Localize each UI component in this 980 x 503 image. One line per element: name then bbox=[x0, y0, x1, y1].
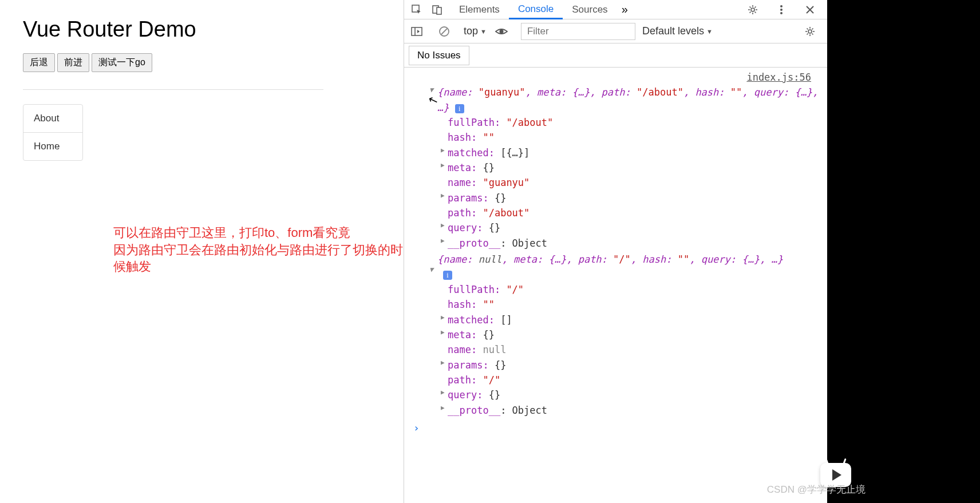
chevron-down-icon: ▼ bbox=[480, 28, 487, 35]
devtools-tabs: Elements Console Sources » bbox=[404, 0, 827, 19]
svg-point-4 bbox=[780, 5, 783, 7]
inspect-icon[interactable] bbox=[409, 2, 425, 18]
forward-button[interactable]: 前进 bbox=[57, 53, 89, 72]
log-levels-selector[interactable]: Default levels ▼ bbox=[642, 25, 713, 37]
object-property[interactable]: ▶params: {} bbox=[409, 358, 823, 373]
object-property[interactable]: fullPath: "/about" bbox=[409, 115, 823, 130]
object-property[interactable]: hash: "" bbox=[409, 297, 823, 312]
devtools-panel: Elements Console Sources » top ▼ bbox=[404, 0, 827, 503]
console-object-summary[interactable]: ▼ {name: "guanyu", meta: {…}, path: "/ab… bbox=[409, 85, 823, 115]
object-property[interactable]: ▶__proto__: Object bbox=[409, 236, 823, 251]
no-issues-button[interactable]: No Issues bbox=[409, 46, 469, 65]
object-property[interactable]: name: null bbox=[409, 342, 823, 357]
object-property[interactable]: ▶params: {} bbox=[409, 191, 823, 205]
gear-icon[interactable] bbox=[745, 2, 761, 18]
tab-console[interactable]: Console bbox=[509, 0, 563, 19]
object-property[interactable]: ▶meta: {} bbox=[409, 160, 823, 175]
object-property[interactable]: ▶matched: [] bbox=[409, 312, 823, 327]
nav-list: About Home bbox=[23, 104, 83, 161]
levels-label: Default levels bbox=[642, 25, 704, 37]
object-property[interactable]: path: "/" bbox=[409, 373, 823, 387]
tab-sources[interactable]: Sources bbox=[563, 1, 617, 19]
black-sidebar bbox=[827, 0, 980, 503]
object-property[interactable]: ▶meta: {} bbox=[409, 327, 823, 342]
object-property[interactable]: fullPath: "/" bbox=[409, 282, 823, 297]
object-property[interactable]: ▶matched: [{…}] bbox=[409, 145, 823, 160]
console-output[interactable]: index.js:56 ▼ {name: "guanyu", meta: {…}… bbox=[404, 68, 827, 503]
object-property[interactable]: ▶__proto__: Object bbox=[409, 403, 823, 418]
disclosure-triangle-icon[interactable]: ▼ bbox=[429, 264, 433, 275]
expand-arrow-icon[interactable]: ▶ bbox=[441, 220, 445, 230]
expand-arrow-icon[interactable]: ▶ bbox=[441, 387, 445, 397]
test-go-button[interactable]: 测试一下go bbox=[92, 53, 152, 72]
nav-home[interactable]: Home bbox=[23, 133, 82, 160]
object-property[interactable]: ▶query: {} bbox=[409, 387, 823, 402]
sidebar-toggle-icon[interactable] bbox=[409, 23, 425, 39]
context-label: top bbox=[464, 25, 478, 37]
annotation-text: 可以在路由守卫这里，打印to、form看究竟 因为路由守卫会在路由初始化与路由进… bbox=[113, 224, 404, 275]
svg-line-10 bbox=[441, 29, 447, 34]
close-icon[interactable] bbox=[802, 2, 818, 18]
nav-about[interactable]: About bbox=[23, 105, 82, 133]
expand-arrow-icon[interactable]: ▶ bbox=[441, 312, 445, 322]
object-property[interactable]: path: "/about" bbox=[409, 205, 823, 220]
back-button[interactable]: 后退 bbox=[23, 53, 55, 72]
issues-bar: No Issues bbox=[404, 43, 827, 68]
live-expression-icon[interactable] bbox=[493, 23, 509, 39]
console-toolbar: top ▼ Default levels ▼ bbox=[404, 19, 827, 43]
button-row: 后退 前进 测试一下go bbox=[23, 53, 381, 72]
kebab-menu-icon[interactable] bbox=[773, 2, 789, 18]
filter-input[interactable] bbox=[521, 23, 635, 40]
svg-point-3 bbox=[751, 8, 754, 11]
svg-point-12 bbox=[808, 30, 812, 33]
console-settings-icon[interactable] bbox=[802, 23, 818, 39]
expand-arrow-icon[interactable]: ▶ bbox=[441, 191, 445, 200]
expand-arrow-icon[interactable]: ▶ bbox=[441, 145, 445, 155]
annotation-line2: 因为路由守卫会在路由初始化与路由进行了切换的时候触发 bbox=[113, 241, 404, 275]
annotation-line1: 可以在路由守卫这里，打印to、form看究竟 bbox=[113, 224, 404, 241]
expand-arrow-icon[interactable]: ▶ bbox=[441, 236, 445, 245]
expand-arrow-icon[interactable]: ▶ bbox=[441, 358, 445, 367]
console-object-summary[interactable]: ▼ {name: null, meta: {…}, path: "/", has… bbox=[409, 252, 823, 282]
svg-rect-7 bbox=[412, 27, 422, 35]
svg-point-11 bbox=[499, 29, 503, 33]
svg-point-5 bbox=[780, 9, 783, 11]
info-badge-icon[interactable]: i bbox=[443, 271, 452, 280]
watermark-text: CSDN @学学学无止境 bbox=[767, 483, 866, 496]
disclosure-triangle-icon[interactable]: ▼ bbox=[429, 85, 433, 96]
svg-point-6 bbox=[780, 12, 783, 14]
divider bbox=[23, 89, 323, 90]
expand-arrow-icon[interactable]: ▶ bbox=[441, 160, 445, 170]
context-selector[interactable]: top ▼ bbox=[464, 25, 487, 37]
expand-arrow-icon[interactable]: ▶ bbox=[441, 403, 445, 413]
tab-elements[interactable]: Elements bbox=[450, 1, 509, 19]
clear-console-icon[interactable] bbox=[436, 23, 452, 39]
source-link[interactable]: index.js:56 bbox=[409, 70, 823, 85]
webpage-area: Vue Router Demo 后退 前进 测试一下go About Home … bbox=[0, 0, 404, 503]
object-property[interactable]: name: "guanyu" bbox=[409, 175, 823, 190]
device-toggle-icon[interactable] bbox=[429, 2, 445, 18]
console-prompt[interactable]: › bbox=[409, 418, 823, 438]
chevron-down-icon: ▼ bbox=[706, 28, 713, 35]
object-property[interactable]: hash: "" bbox=[409, 130, 823, 145]
page-title: Vue Router Demo bbox=[23, 17, 381, 42]
info-badge-icon[interactable]: i bbox=[455, 104, 464, 113]
svg-rect-2 bbox=[437, 7, 441, 14]
object-property[interactable]: ▶query: {} bbox=[409, 220, 823, 235]
tabs-more[interactable]: » bbox=[622, 3, 628, 16]
expand-arrow-icon[interactable]: ▶ bbox=[441, 327, 445, 337]
